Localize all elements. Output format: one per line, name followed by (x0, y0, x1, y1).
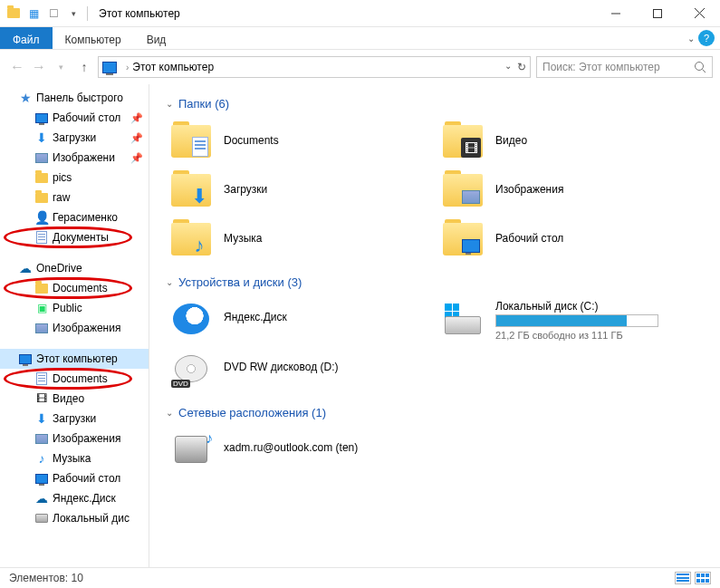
pin-icon: 📌 (130, 132, 143, 144)
tab-file[interactable]: Файл (0, 27, 53, 49)
address-bar[interactable]: › Этот компьютер ⌄ ↻ (98, 56, 531, 78)
chevron-down-icon: ⌄ (166, 277, 173, 287)
pin-icon: 📌 (130, 112, 143, 124)
sidebar-documents-quick[interactable]: Документы (0, 227, 149, 247)
folder-icon (441, 170, 485, 208)
sidebar-downloads[interactable]: ⬇Загрузки📌 (0, 128, 149, 148)
close-icon (695, 8, 705, 18)
sidebar-pc-yandex[interactable]: ☁Яндекс.Диск (0, 488, 149, 508)
sidebar-desktop[interactable]: Рабочий стол📌 (0, 108, 149, 128)
label: Панель быстрого (36, 92, 123, 104)
view-icons-button[interactable] (695, 572, 711, 584)
folder-music[interactable]: ♪ Музыка (169, 219, 432, 257)
download-icon: ⬇ (34, 130, 49, 145)
help-button[interactable]: ? (698, 30, 715, 46)
folder-documents[interactable]: Documents (169, 121, 432, 159)
folder-desktop[interactable]: Рабочий стол (441, 219, 704, 257)
desktop-icon (34, 111, 49, 125)
label: Загрузки (53, 131, 96, 144)
capacity-text: 21,2 ГБ свободно из 111 ГБ (495, 330, 704, 341)
cloud-icon: ☁ (34, 491, 49, 506)
sidebar-this-pc[interactable]: Этот компьютер (0, 349, 149, 369)
folder-pictures[interactable]: Изображения (441, 170, 704, 208)
chevron-right-icon[interactable]: › (126, 63, 129, 72)
nav-forward-button[interactable]: → (29, 59, 49, 75)
refresh-button[interactable]: ↻ (517, 61, 526, 73)
search-box[interactable]: Поиск: Этот компьютер (536, 56, 713, 78)
label: Видео (495, 134, 527, 147)
sidebar-gerasimenko[interactable]: 👤Герасименко (0, 207, 149, 227)
maximize-button[interactable] (637, 0, 678, 26)
sidebar-onedrive[interactable]: ☁OneDrive (0, 258, 149, 278)
sidebar-pc-pictures[interactable]: Изображения (0, 429, 149, 448)
nav-back-button[interactable]: ← (7, 59, 27, 75)
chevron-down-icon: ⌄ (166, 408, 173, 418)
sidebar-pc-localdisk[interactable]: Локальный дис (0, 508, 149, 528)
sidebar-pics[interactable]: pics (0, 168, 149, 188)
sidebar-pc-music[interactable]: ♪Музыка (0, 448, 149, 468)
minimize-button[interactable] (595, 0, 637, 26)
qat-new-folder-icon[interactable]: ☐ (45, 5, 62, 22)
group-drives-header[interactable]: ⌄ Устройства и диски (3) (166, 275, 704, 289)
label: Сетевые расположения (1) (178, 406, 326, 419)
sidebar-pc-videos[interactable]: 🎞Видео (0, 389, 149, 409)
sidebar-quick-access[interactable]: ★Панель быстрого (0, 88, 149, 108)
drive-yandex[interactable]: Яндекс.Диск (169, 300, 432, 341)
address-dropdown-icon[interactable]: ⌄ (504, 61, 512, 73)
navigation-pane: ★Панель быстрого Рабочий стол📌 ⬇Загрузки… (0, 84, 149, 567)
sidebar-pc-downloads[interactable]: ⬇Загрузки (0, 409, 149, 429)
document-icon (34, 371, 49, 386)
label: Public (53, 302, 82, 314)
group-folders-header[interactable]: ⌄ Папки (6) (166, 97, 704, 111)
label: Музыка (53, 452, 91, 465)
sidebar-pc-desktop[interactable]: Рабочий стол (0, 468, 149, 488)
folder-icon (34, 281, 49, 295)
main-area: ★Панель быстрого Рабочий стол📌 ⬇Загрузки… (0, 84, 720, 567)
sidebar-onedrive-public[interactable]: ▣Public (0, 298, 149, 318)
network-location[interactable]: ♪ xadm.ru@outlook.com (ten) (169, 430, 432, 468)
window-controls (595, 0, 720, 26)
nav-up-button[interactable]: ↑ (76, 60, 92, 74)
search-placeholder: Поиск: Этот компьютер (542, 61, 660, 73)
folder-videos[interactable]: 🎞 Видео (441, 121, 704, 159)
drives-grid: Яндекс.Диск Локальный диск (C:) 21,2 ГБ … (166, 300, 704, 388)
nav-recent-dropdown[interactable]: ▾ (51, 63, 71, 72)
drive-dvd[interactable]: DVD DVD RW дисковод (D:) (169, 350, 432, 388)
close-button[interactable] (678, 0, 720, 26)
qat-properties-icon[interactable]: ▦ (25, 5, 42, 22)
star-icon: ★ (18, 91, 33, 105)
document-icon (34, 230, 49, 245)
item-count: Элементов: 10 (9, 572, 83, 584)
view-toggle (675, 572, 711, 584)
label: Изображени (53, 151, 115, 164)
sidebar-pc-documents[interactable]: Documents (0, 369, 149, 389)
sidebar-raw[interactable]: raw (0, 188, 149, 207)
breadcrumb-this-pc[interactable]: Этот компьютер (132, 61, 214, 73)
group-network-header[interactable]: ⌄ Сетевые расположения (1) (166, 406, 704, 419)
pictures-icon (34, 321, 49, 335)
sidebar-pictures[interactable]: Изображени📌 (0, 148, 149, 168)
nav-history: ← → ▾ (7, 59, 71, 75)
tab-view[interactable]: Вид (134, 27, 179, 49)
folder-icon: ▣ (34, 301, 49, 315)
folder-downloads[interactable]: ⬇ Загрузки (169, 170, 432, 208)
sidebar-onedrive-documents[interactable]: Documents (0, 278, 149, 298)
drive-local-c[interactable]: Локальный диск (C:) 21,2 ГБ свободно из … (441, 300, 704, 341)
label: Локальный дис (53, 512, 130, 525)
pictures-icon (34, 431, 49, 446)
label: Этот компьютер (36, 352, 118, 365)
label: OneDrive (36, 262, 82, 275)
this-pc-icon (18, 352, 33, 366)
cloud-icon: ☁ (18, 261, 33, 275)
folder-icon (34, 170, 49, 185)
label: Видео (53, 392, 84, 405)
sidebar-onedrive-pictures[interactable]: Изображения (0, 318, 149, 338)
tab-computer[interactable]: Компьютер (53, 27, 134, 49)
separator (87, 6, 88, 21)
navigation-row: ← → ▾ ↑ › Этот компьютер ⌄ ↻ Поиск: Этот… (0, 50, 720, 84)
qat-dropdown-icon[interactable]: ▾ (65, 5, 82, 22)
label: Documents (224, 134, 279, 147)
desktop-icon (34, 471, 49, 486)
ribbon-collapse-icon[interactable]: ⌄ (687, 34, 695, 43)
view-details-button[interactable] (675, 572, 691, 584)
